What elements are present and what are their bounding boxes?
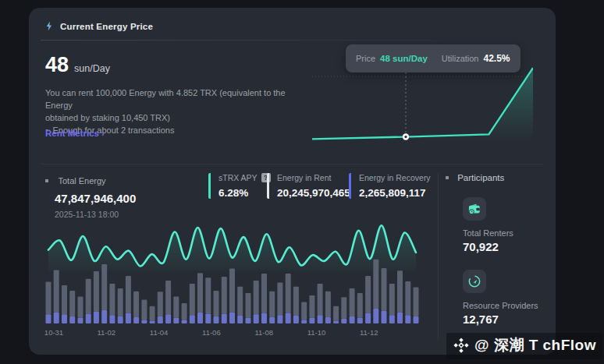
price-area-fill xyxy=(312,68,533,142)
bar-total-segment xyxy=(150,306,155,321)
bar-total-segment xyxy=(182,303,187,320)
x-axis-tick-label: 11-02 xyxy=(98,328,116,337)
bar-rented-segment xyxy=(69,316,75,323)
bolt-icon xyxy=(44,20,55,32)
compass-icon xyxy=(467,274,482,289)
watermark: @ 深潮 T chFlow xyxy=(446,333,602,359)
bar-rented-segment xyxy=(54,313,59,323)
tooltip-price-label: Price xyxy=(356,54,375,63)
bar-rented-segment xyxy=(141,320,147,324)
bar-rented-segment xyxy=(190,315,195,323)
rent-metrics-link[interactable]: Rent Metrics › xyxy=(45,129,105,138)
bar-rented-segment xyxy=(333,320,339,323)
bar-total-segment xyxy=(246,293,251,318)
x-axis-tick-label: 11-04 xyxy=(150,328,169,337)
vertical-divider xyxy=(438,173,439,339)
bar-rented-segment xyxy=(165,314,171,323)
energy-price-card: Current Energy Price 48 sun/Day You can … xyxy=(29,8,556,355)
bar-total-segment xyxy=(309,295,314,318)
providers-icon-tile xyxy=(463,270,486,293)
energy-in-recovery-label: Energy in Recovery xyxy=(359,173,431,182)
current-price: 48 sun/Day xyxy=(45,53,110,77)
bar-total-segment xyxy=(94,271,99,312)
total-energy-label: Total Energy xyxy=(58,176,105,186)
bar-total-segment xyxy=(237,287,243,316)
bar-total-segment xyxy=(62,285,67,314)
bar-rented-segment xyxy=(214,316,219,323)
resource-providers-label: Resource Providers xyxy=(463,301,538,310)
bar-rented-segment xyxy=(229,313,235,323)
energy-usage-chart[interactable]: 10-3111-0211-0411-0611-0811-1011-12 xyxy=(43,222,425,339)
bar-total-segment xyxy=(333,306,339,321)
bar-rented-segment xyxy=(382,311,387,323)
bar-rented-segment xyxy=(126,313,131,324)
desc-line-1: You can rent 100,000 Energy with 4.852 T… xyxy=(45,87,314,111)
bar-total-segment xyxy=(165,281,171,314)
participants-header: Participants xyxy=(446,173,504,182)
bar-total-segment xyxy=(197,273,203,312)
bar-total-segment xyxy=(118,288,123,316)
tooltip-price-value: 48 sun/Day xyxy=(380,54,428,63)
square-bullet-icon xyxy=(446,176,449,179)
bar-total-segment xyxy=(357,293,363,318)
bar-rented-segment xyxy=(246,318,251,323)
bar-total-segment xyxy=(78,296,83,317)
bar-total-segment xyxy=(350,288,355,316)
bar-rented-segment xyxy=(405,315,410,323)
price-unit: sun/Day xyxy=(74,63,110,74)
bar-rented-segment xyxy=(350,316,355,323)
bar-total-segment xyxy=(46,282,52,315)
bar-rented-segment xyxy=(357,318,363,323)
price-marker-dot-center xyxy=(404,136,407,138)
chart-tooltip: Price 48 sun/Day Utilization 42.5% xyxy=(346,44,521,72)
x-axis-tick-label: 11-08 xyxy=(254,328,273,337)
section-divider xyxy=(41,164,544,164)
desc-line-2: obtained by staking 10,450 TRX) xyxy=(45,111,314,124)
bar-rented-segment xyxy=(197,313,203,323)
bar-total-segment xyxy=(141,300,147,320)
bar-rented-segment xyxy=(150,320,155,323)
bar-total-segment xyxy=(205,277,211,313)
bar-rented-segment xyxy=(254,314,259,323)
chevron-right-icon: › xyxy=(101,129,105,138)
bar-total-segment xyxy=(373,260,378,309)
bar-rented-segment xyxy=(373,309,378,323)
bar-total-segment xyxy=(286,274,291,313)
bar-total-segment xyxy=(126,276,131,313)
bar-total-segment xyxy=(301,302,307,320)
bar-rented-segment xyxy=(118,316,123,323)
price-value: 48 xyxy=(45,53,69,77)
bar-total-segment xyxy=(293,287,299,316)
total-energy-timestamp: 2025-11-13 18:00 xyxy=(45,210,136,219)
bar-total-segment xyxy=(414,288,419,316)
bar-total-segment xyxy=(365,276,371,313)
bar-rented-segment xyxy=(318,315,323,323)
bar-rented-segment xyxy=(286,313,291,324)
x-axis-tick-label: 11-12 xyxy=(360,328,378,337)
bar-total-segment xyxy=(229,268,235,312)
header-divider xyxy=(41,40,439,41)
card-header: Current Energy Price xyxy=(44,20,153,32)
bar-rented-segment xyxy=(46,314,52,323)
renters-icon-tile xyxy=(463,197,486,221)
bar-total-segment xyxy=(109,284,115,315)
bar-total-segment xyxy=(318,284,323,315)
x-axis-tick-label: 11-10 xyxy=(307,328,326,337)
total-renters-value: 70,922 xyxy=(463,240,499,253)
bar-total-segment xyxy=(173,296,179,317)
bar-rented-segment xyxy=(109,315,115,323)
bar-total-segment xyxy=(382,268,387,311)
bar-rented-segment xyxy=(261,313,267,324)
bar-total-segment xyxy=(269,292,275,317)
watermark-text: @ 深潮 T chFlow xyxy=(474,335,596,355)
bar-total-segment xyxy=(254,281,259,314)
bar-rented-segment xyxy=(325,317,331,323)
bar-rented-segment xyxy=(182,320,187,324)
energy-in-recovery-stat: Energy in Recovery 2,265,809,117 xyxy=(349,173,431,199)
x-axis-labels: 10-3111-0211-0411-0611-0811-1011-12 xyxy=(44,328,378,337)
bar-total-segment xyxy=(190,284,195,315)
bar-rented-segment xyxy=(397,313,403,323)
bar-rented-segment xyxy=(414,316,419,323)
x-axis-tick-label: 10-31 xyxy=(44,328,63,337)
bar-total-segment xyxy=(261,274,267,313)
